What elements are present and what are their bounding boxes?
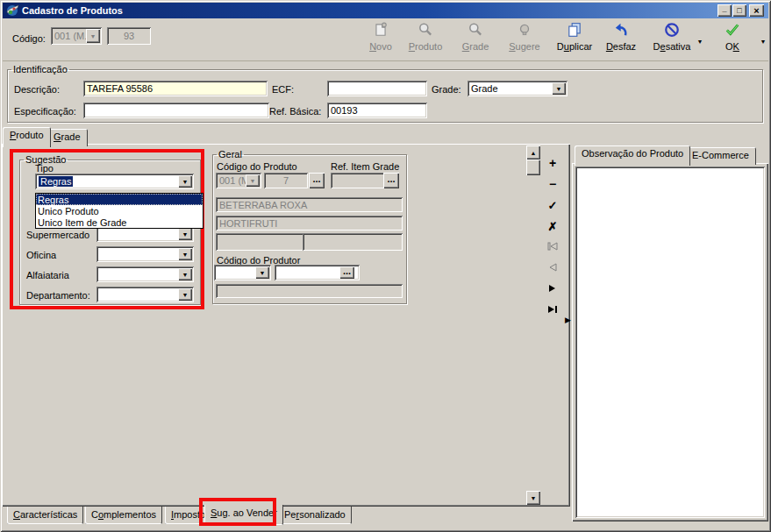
magnifier-icon — [416, 20, 435, 39]
scroll-up-button[interactable]: ▲ — [526, 145, 540, 160]
title-bar[interactable]: Cadastro de Produtos _ □ × — [3, 3, 768, 18]
ok-button[interactable]: OK — [714, 20, 751, 57]
tab-complementos[interactable]: Complementos — [85, 507, 162, 524]
supermercado-label: Supermercado — [26, 230, 89, 240]
desfaz-button[interactable]: Desfaz — [600, 20, 642, 57]
duplicar-button[interactable]: Duplicar — [552, 20, 597, 57]
oficina-label: Oficina — [26, 250, 56, 260]
window-title: Cadastro de Produtos — [22, 5, 123, 16]
check-icon: ✓ — [548, 199, 558, 212]
codigo-label: Código: — [12, 33, 46, 44]
scroll-down-icon: ▼ — [531, 495, 537, 501]
tipo-combo-arrow-button[interactable]: ▼ — [178, 175, 192, 188]
nav-delete-button[interactable]: − — [541, 175, 564, 193]
sugere-button: Sugere — [503, 20, 546, 57]
app-window: Cadastro de Produtos _ □ × Código: 001 (… — [0, 0, 771, 532]
codigo-produtor-combo-arrow-button[interactable]: ▼ — [255, 266, 269, 279]
supermercado-combo-arrow-button[interactable]: ▼ — [178, 228, 192, 240]
ref-item-grade-label: Ref. Item Grade — [331, 161, 399, 172]
chevron-down-icon: ▼ — [182, 292, 189, 298]
cross-icon: ✗ — [548, 220, 558, 233]
tab-caracteristicas[interactable]: Características — [7, 507, 83, 524]
codigo-produtor-combo[interactable]: ▼ — [214, 265, 271, 280]
ref-basica-field[interactable]: 00193 — [327, 103, 427, 118]
tab-personalizado[interactable]: Personalizado — [278, 507, 352, 524]
codigo-produtor-ellipsis-button[interactable]: ... — [339, 266, 354, 279]
ref-item-grade-field — [331, 173, 386, 188]
desativa-button[interactable]: Desativa — [647, 20, 696, 57]
maximize-icon: □ — [737, 6, 741, 15]
oficina-combo-arrow-button[interactable]: ▼ — [178, 248, 192, 260]
ok-dropdown-button[interactable]: ▼ — [758, 35, 768, 47]
chevron-down-icon: ▼ — [90, 33, 96, 39]
grade-combo-arrow-button[interactable]: ▼ — [552, 82, 566, 95]
ref-item-grade-ellipsis-button[interactable]: ... — [383, 173, 399, 188]
produtor-descricao-field — [216, 284, 403, 298]
close-button[interactable]: × — [749, 4, 764, 17]
chevron-down-icon: ▼ — [760, 39, 767, 45]
minimize-button[interactable]: _ — [717, 4, 732, 17]
scroll-up-icon: ▲ — [531, 150, 537, 156]
codigo-produto-combo-arrow-button: ▼ — [246, 174, 260, 187]
dropdown-item-regras[interactable]: Regras — [36, 194, 203, 205]
nav-next-button[interactable] — [541, 280, 564, 298]
alfaiataria-combo[interactable]: ▼ — [96, 266, 194, 282]
splitter-expand-button[interactable]: ▶ — [565, 316, 571, 324]
check-icon — [723, 20, 742, 39]
alfaiataria-label: Alfaiataria — [26, 270, 69, 280]
especificacao-label: Especificação: — [14, 106, 76, 117]
nav-first-button — [541, 238, 564, 256]
nav-post-button[interactable]: ✓ — [541, 196, 564, 214]
dropdown-item-unico-item-grade[interactable]: Unico Item de Grade — [36, 216, 203, 228]
oficina-combo[interactable]: ▼ — [96, 246, 194, 262]
codigo-produto-num-field: 7 — [264, 173, 308, 188]
tab-e-commerce[interactable]: E-Commerce — [685, 147, 756, 165]
codigo-field: 93 — [107, 27, 151, 45]
codigo-produto-ellipsis-button[interactable]: ... — [309, 173, 325, 188]
departamento-label: Departamento: — [26, 290, 90, 301]
tipo-combo-value: Regras — [39, 176, 73, 187]
codigo-combo-value: 001 (M. — [51, 31, 86, 41]
app-icon — [5, 4, 19, 18]
nav-cancel-button[interactable]: ✗ — [541, 217, 564, 235]
scroll-down-button[interactable]: ▼ — [526, 491, 540, 505]
last-record-icon — [546, 303, 559, 317]
tipo-combo[interactable]: Regras ▼ — [35, 174, 194, 189]
maximize-button[interactable]: □ — [732, 4, 746, 17]
alfaiataria-combo-arrow-button[interactable]: ▼ — [178, 268, 192, 280]
first-record-icon — [546, 240, 559, 254]
tab-grade[interactable]: Grade — [46, 129, 88, 146]
observacao-memo[interactable] — [575, 167, 765, 518]
departamento-combo[interactable]: ▼ — [96, 287, 194, 302]
chevron-down-icon: ▼ — [182, 272, 189, 278]
grade-combo[interactable]: Grade ▼ — [468, 81, 568, 96]
produto-extra-field-2 — [303, 233, 403, 251]
tab-sug-ao-vender[interactable]: Sug. ao Vender — [204, 505, 283, 525]
chevron-down-icon: ▼ — [182, 252, 189, 258]
splitter-arrow-icon: ▶ — [565, 316, 571, 324]
departamento-combo-arrow-button[interactable]: ▼ — [178, 288, 192, 301]
produto-grupo-field: HORTIFRUTI — [216, 216, 403, 231]
ecf-label: ECF: — [272, 84, 294, 95]
undo-arrow-icon — [611, 20, 631, 39]
nav-insert-button[interactable]: + — [541, 154, 564, 172]
descricao-field[interactable]: TAREFA 95586 — [83, 81, 268, 96]
tab-observacao-do-produto[interactable]: Observação do Produto — [575, 145, 690, 166]
grade-label: Grade: — [432, 84, 461, 95]
ecf-field[interactable] — [327, 81, 427, 96]
tab-produto[interactable]: Produto — [3, 127, 51, 147]
close-icon: × — [753, 6, 759, 15]
produto-descricao-field: BETERRABA ROXA — [216, 197, 403, 212]
nav-prior-button — [541, 259, 564, 277]
next-record-icon — [546, 282, 559, 296]
nav-last-button[interactable] — [541, 301, 564, 319]
scrollbar-thumb[interactable] — [526, 160, 540, 175]
dropdown-item-unico-produto[interactable]: Unico Produto — [36, 205, 203, 216]
codigo-produto-combo: 001 (MA ▼ — [216, 173, 261, 188]
desativa-dropdown-button[interactable]: ▼ — [695, 35, 705, 47]
grade-search-button: Grade — [454, 20, 496, 57]
bulb-icon — [515, 20, 534, 39]
especificacao-field[interactable] — [83, 103, 269, 118]
produto-extra-field-1 — [216, 233, 303, 251]
chevron-down-icon: ▼ — [182, 179, 189, 185]
